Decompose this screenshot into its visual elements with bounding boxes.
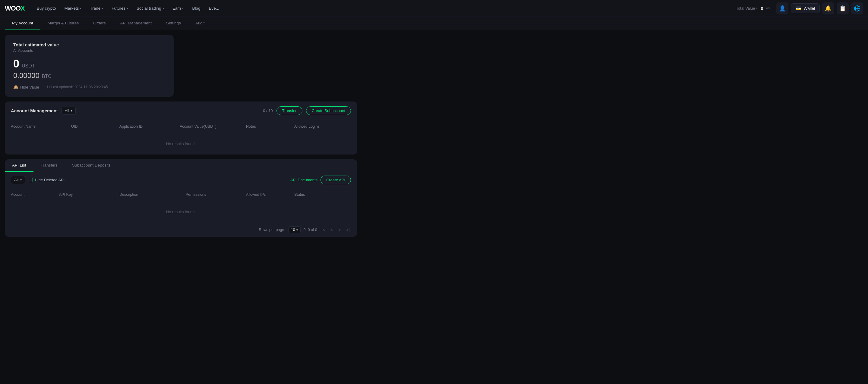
col-application-id: Application ID: [119, 123, 180, 130]
api-tabs: API List Transfers Subaccount Deposits: [5, 159, 357, 172]
last-page-btn[interactable]: >|: [345, 227, 351, 233]
col-description: Description: [119, 191, 186, 198]
pagination-bar: Rows per page: 10 ▾ 0–0 of 0 |< < > >|: [5, 222, 357, 237]
col-allowed-logins: Allowed Logins: [294, 123, 342, 130]
sub-nav: My Account Margin & Futures Orders API M…: [0, 17, 868, 30]
wallet-label: Wallet: [804, 6, 815, 11]
chevron-down-icon: ▾: [71, 109, 72, 112]
col-permissions: Permissions: [186, 191, 246, 198]
chevron-down-icon: ▾: [80, 7, 82, 10]
value-card-subtitle: All Accounts: [13, 48, 165, 53]
account-management-header: Account Management All ▾ 0 / 10 Transfer…: [5, 102, 357, 120]
logo[interactable]: WOOX: [5, 4, 25, 12]
next-page-btn[interactable]: >: [337, 227, 342, 233]
usdt-value-row: 0 USDT: [13, 58, 165, 70]
checkbox-icon: [29, 178, 33, 182]
user-icon-btn[interactable]: 👤: [776, 2, 788, 14]
account-management-section: Account Management All ▾ 0 / 10 Transfer…: [5, 102, 357, 154]
account-table-header: Account Name UID Application ID Account …: [5, 120, 357, 133]
total-value-label: Total Value ≈: [736, 6, 758, 10]
chevron-down-icon: ▾: [127, 7, 128, 10]
btc-value-row: 0.00000 BTC: [13, 71, 165, 80]
api-tab-subaccount-deposits[interactable]: Subaccount Deposits: [65, 159, 118, 172]
chevron-down-icon: ▾: [20, 178, 22, 182]
account-filter-select[interactable]: All ▾: [62, 107, 76, 115]
usdt-currency: USDT: [22, 63, 35, 69]
col-status: Status: [294, 191, 331, 198]
col-uid: UID: [71, 123, 119, 130]
api-section: API List Transfers Subaccount Deposits A…: [5, 159, 357, 237]
btc-currency: BTC: [42, 74, 52, 79]
nav-social-trading[interactable]: Social trading ▾: [133, 4, 167, 12]
language-btn[interactable]: 🌐: [851, 2, 863, 14]
sub-nav-margin-futures[interactable]: Margin & Futures: [40, 17, 86, 30]
nav-blog[interactable]: Blog: [188, 4, 204, 12]
eye-slash-icon: 🙈: [13, 84, 19, 90]
value-card-title: Total estimated value: [13, 42, 165, 47]
portfolio-icon: 📋: [839, 5, 846, 12]
api-no-results: No results found.: [5, 201, 357, 222]
wallet-card-icon: 💳: [795, 5, 801, 11]
sub-nav-my-account[interactable]: My Account: [5, 17, 40, 30]
sub-nav-orders[interactable]: Orders: [86, 17, 113, 30]
nav-events[interactable]: Eve...: [205, 4, 223, 12]
col-account-value: Account Value(USDT): [180, 123, 246, 130]
nav-futures[interactable]: Futures ▾: [108, 4, 132, 12]
api-filters-bar: All ▾ Hide Deleted API API Documents Cre…: [5, 172, 357, 188]
hide-value-row: 🙈 Hide Value ↻ Last updated: 2024-11-06 …: [13, 84, 165, 90]
sub-nav-audit[interactable]: Audit: [188, 17, 212, 30]
main-content: Total estimated value All Accounts 0 USD…: [0, 30, 362, 246]
account-management-title: Account Management: [11, 108, 58, 113]
sub-nav-api-management[interactable]: API Management: [113, 17, 159, 30]
api-tab-transfers[interactable]: Transfers: [33, 159, 65, 172]
chevron-down-icon: ▾: [297, 228, 298, 232]
account-no-results: No results found.: [5, 133, 357, 154]
account-header-right: 0 / 10 Transfer Create Subaccount: [263, 106, 351, 115]
nav-trade[interactable]: Trade ▾: [86, 4, 107, 12]
user-icon: 👤: [779, 5, 786, 12]
usdt-value: 0: [13, 58, 19, 70]
rows-per-page-select[interactable]: 10 ▾: [288, 226, 301, 233]
nav-markets[interactable]: Markets ▾: [61, 4, 85, 12]
col-allowed-ips: Allowed IPs: [246, 191, 294, 198]
col-notes: Notes: [246, 123, 294, 130]
notifications-btn[interactable]: 🔔: [822, 2, 834, 14]
chevron-down-icon: ▾: [182, 7, 184, 10]
bell-icon: 🔔: [825, 5, 832, 12]
hide-deleted-api-checkbox[interactable]: Hide Deleted API: [29, 178, 64, 182]
top-nav: WOOX Buy crypto Markets ▾ Trade ▾ Future…: [0, 0, 868, 17]
api-filter-select[interactable]: All ▾: [11, 176, 25, 184]
value-card: Total estimated value All Accounts 0 USD…: [5, 35, 174, 97]
portfolio-btn[interactable]: 📋: [837, 2, 849, 14]
page-info: 0–0 of 0: [304, 228, 317, 232]
btc-value: 0.00000: [13, 71, 39, 80]
logo-x: X: [21, 4, 25, 12]
prev-page-btn[interactable]: <: [329, 227, 334, 233]
chevron-down-icon: ▾: [162, 7, 164, 10]
wallet-button[interactable]: 💳 Wallet: [791, 3, 820, 13]
eye-icon[interactable]: 👁: [766, 6, 770, 11]
nav-buy-crypto[interactable]: Buy crypto: [33, 4, 60, 12]
create-subaccount-button[interactable]: Create Subaccount: [306, 106, 351, 115]
api-tab-list[interactable]: API List: [5, 159, 33, 172]
rows-per-page-label: Rows per page:: [259, 228, 285, 232]
total-value-number: 0: [761, 6, 763, 11]
last-updated: ↻ Last updated: 2024-11-06 20:23:45: [46, 84, 108, 90]
api-table-header: Account API Key Description Permissions …: [5, 188, 357, 201]
globe-icon: 🌐: [854, 5, 861, 12]
nav-earn[interactable]: Earn ▾: [169, 4, 188, 12]
col-account-name: Account Name: [11, 123, 71, 130]
account-count: 0 / 10: [263, 108, 273, 113]
chevron-down-icon: ▾: [102, 7, 103, 10]
refresh-icon[interactable]: ↻: [46, 84, 50, 90]
col-account: Account: [11, 191, 59, 198]
api-documents-link[interactable]: API Documents: [290, 178, 317, 182]
first-page-btn[interactable]: |<: [320, 227, 326, 233]
transfer-button[interactable]: Transfer: [276, 106, 302, 115]
col-api-key: API Key: [59, 191, 119, 198]
hide-value-button[interactable]: 🙈 Hide Value: [13, 84, 39, 90]
sub-nav-settings[interactable]: Settings: [159, 17, 188, 30]
create-api-button[interactable]: Create API: [320, 176, 351, 184]
api-filters-right: API Documents Create API: [290, 176, 351, 184]
total-value-area: Total Value ≈ 0 👁: [736, 6, 770, 11]
